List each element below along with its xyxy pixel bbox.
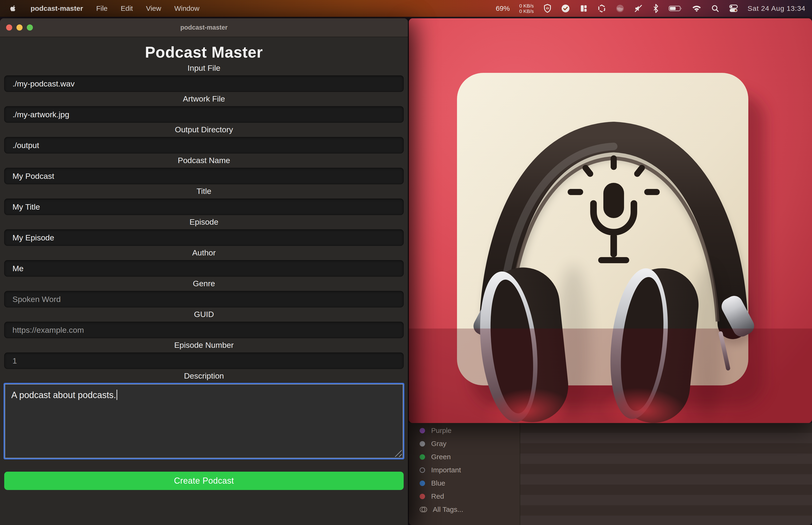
- close-button[interactable]: [6, 25, 12, 31]
- network-speed[interactable]: 0 KB/s 0 KB/s: [519, 3, 534, 14]
- description-label: Description: [0, 371, 408, 381]
- zoom-button[interactable]: [27, 25, 33, 31]
- tag-purple[interactable]: Purple: [409, 424, 520, 437]
- menu-clock[interactable]: Sat 24 Aug 13:34: [748, 4, 806, 13]
- all-tags-item[interactable]: All Tags...: [409, 503, 520, 516]
- tag-blue[interactable]: Blue: [409, 477, 520, 490]
- wifi-icon[interactable]: [692, 3, 702, 14]
- tag-label: Green: [431, 453, 451, 461]
- podcast-form: Podcast Master Input FileArtwork FileOut…: [0, 43, 408, 499]
- tag-label: Important: [431, 466, 461, 474]
- window-title-bar[interactable]: podcast-master: [0, 18, 408, 37]
- battery-percentage[interactable]: 69%: [496, 4, 510, 13]
- window-tiles-icon[interactable]: [579, 3, 588, 14]
- spotlight-icon[interactable]: [711, 3, 719, 14]
- tag-color-icon: [419, 494, 425, 499]
- title-label: Title: [0, 186, 408, 196]
- podcast-artwork-window[interactable]: [409, 18, 812, 423]
- author-field[interactable]: [4, 260, 404, 276]
- episode-group: Episode: [0, 217, 408, 246]
- shield-icon[interactable]: [543, 3, 552, 14]
- tag-color-icon: [419, 441, 425, 447]
- menu-bar-status: 69% 0 KB/s 0 KB/s Sat 24 Aug 13:34: [496, 3, 806, 14]
- status-icons: [543, 3, 738, 14]
- all-tags-icon: [419, 507, 427, 512]
- podcast-name-field[interactable]: [4, 168, 404, 184]
- page-title: Podcast Master: [0, 43, 408, 61]
- podcast-artwork-image: [409, 18, 812, 423]
- genre-group: Genre: [0, 278, 408, 308]
- form-fields: Input FileArtwork FileOutput DirectoryPo…: [0, 63, 408, 369]
- episode-label: Episode: [0, 217, 408, 227]
- finder-window: PurpleGrayGreenImportantBlueRedAll Tags.…: [409, 422, 812, 525]
- genre-label: Genre: [0, 278, 408, 289]
- tag-label: Blue: [431, 479, 445, 487]
- menu-view[interactable]: View: [146, 4, 161, 13]
- tag-green[interactable]: Green: [409, 450, 520, 463]
- tag-color-icon: [419, 428, 425, 433]
- author-label: Author: [0, 247, 408, 258]
- podcast-name-group: Podcast Name: [0, 155, 408, 184]
- network-up: 0 KB/s: [519, 3, 534, 9]
- tag-gray[interactable]: Gray: [409, 437, 520, 450]
- finder-tags-list: PurpleGrayGreenImportantBlueRedAll Tags.…: [409, 424, 520, 516]
- traffic-lights: [6, 18, 33, 37]
- artwork-file-label: Artwork File: [0, 93, 408, 104]
- menu-app-name[interactable]: podcast-master: [31, 4, 83, 13]
- input-file-group: Input File: [0, 63, 408, 92]
- finder-file-list[interactable]: [520, 422, 812, 525]
- guid-group: GUID: [0, 309, 408, 338]
- desktop: podcast-master File Edit View Window 69%…: [0, 0, 812, 525]
- menu-bar-left: podcast-master File Edit View Window: [10, 4, 199, 13]
- network-down: 0 KB/s: [519, 9, 534, 14]
- episode-number-field[interactable]: [4, 352, 404, 369]
- input-file-label: Input File: [0, 63, 408, 73]
- tag-label: Gray: [431, 440, 446, 448]
- globe-icon[interactable]: [616, 3, 625, 14]
- menu-bar: podcast-master File Edit View Window 69%…: [0, 0, 812, 17]
- podcast-name-label: Podcast Name: [0, 155, 408, 165]
- apple-menu-icon[interactable]: [10, 4, 17, 13]
- description-group: Description A podcast about podcasts.: [0, 371, 408, 460]
- minimize-button[interactable]: [16, 25, 22, 31]
- tag-red[interactable]: Red: [409, 490, 520, 503]
- tag-color-icon: [419, 481, 425, 486]
- genre-field[interactable]: [4, 291, 404, 308]
- check-circle-icon[interactable]: [561, 3, 570, 14]
- guid-label: GUID: [0, 309, 408, 319]
- app-window: podcast-master Podcast Master Input File…: [0, 18, 408, 525]
- output-directory-field[interactable]: [4, 137, 404, 153]
- resize-handle-icon[interactable]: [395, 450, 402, 457]
- output-directory-label: Output Directory: [0, 124, 408, 135]
- window-title: podcast-master: [180, 24, 227, 31]
- finder-sidebar: PurpleGrayGreenImportantBlueRedAll Tags.…: [409, 422, 520, 525]
- control-center-icon[interactable]: [729, 3, 738, 14]
- artwork-file-field[interactable]: [4, 106, 404, 123]
- input-file-field[interactable]: [4, 75, 404, 92]
- tag-color-icon: [419, 467, 425, 473]
- all-tags-label: All Tags...: [433, 506, 463, 513]
- title-group: Title: [0, 186, 408, 215]
- author-group: Author: [0, 247, 408, 276]
- battery-icon[interactable]: [669, 3, 682, 14]
- tag-color-icon: [419, 454, 425, 460]
- create-podcast-button[interactable]: Create Podcast: [4, 472, 404, 490]
- tag-important[interactable]: Important: [409, 463, 520, 477]
- episode-number-label: Episode Number: [0, 340, 408, 350]
- episode-field[interactable]: [4, 229, 404, 246]
- menu-window[interactable]: Window: [174, 4, 199, 13]
- guid-field[interactable]: [4, 322, 404, 338]
- description-text: A podcast about podcasts.: [11, 390, 116, 400]
- title-field[interactable]: [4, 198, 404, 215]
- mute-icon[interactable]: [634, 3, 643, 14]
- text-caret: [117, 390, 117, 400]
- hex-arrows-icon[interactable]: [597, 3, 606, 14]
- tag-label: Purple: [431, 426, 451, 435]
- output-directory-group: Output Directory: [0, 124, 408, 153]
- bluetooth-icon[interactable]: [652, 3, 659, 14]
- menu-file[interactable]: File: [96, 4, 107, 13]
- description-textarea[interactable]: A podcast about podcasts.: [3, 383, 404, 460]
- artwork-file-group: Artwork File: [0, 93, 408, 123]
- tag-label: Red: [431, 492, 444, 500]
- menu-edit[interactable]: Edit: [121, 4, 133, 13]
